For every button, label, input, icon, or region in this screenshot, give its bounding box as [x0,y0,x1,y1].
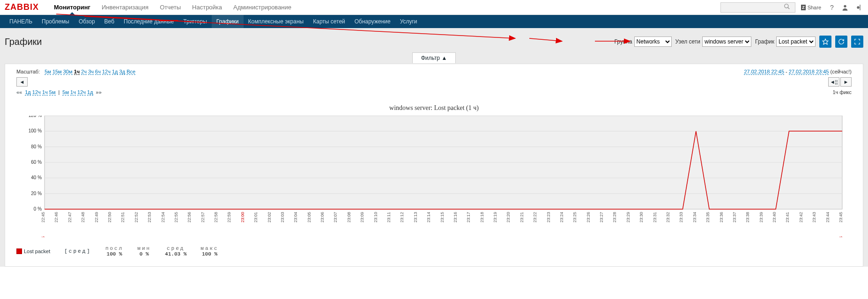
zoom-link[interactable]: 5м [45,69,51,75]
search-box[interactable] [720,2,795,13]
subnav-item[interactable]: Графики [212,15,244,28]
subnav-item[interactable]: Комплексные экраны [244,15,309,28]
subnav-item[interactable]: Услуги [395,15,422,28]
svg-text:23:10: 23:10 [373,212,378,223]
legend-min: мин 0 % [137,246,151,257]
move-link[interactable]: 1ч [42,89,48,95]
top-right: Z Share ? [720,2,863,13]
host-select[interactable]: windows server [702,36,751,47]
nav-left-button[interactable]: ◄ [16,77,28,87]
nav-right-end-button[interactable]: ◄¦¦ [828,77,839,87]
svg-text:80 %: 80 % [31,144,42,149]
user-icon[interactable] [840,2,850,13]
svg-text:23:19: 23:19 [493,212,497,223]
move-link[interactable]: 5м [62,89,69,95]
legend-max: макс 100 % [200,246,218,257]
svg-text:23:42: 23:42 [799,212,803,223]
svg-text:23:07: 23:07 [333,212,338,223]
subnav-item[interactable]: Проблемы [37,15,74,28]
svg-text:22:54: 22:54 [161,212,165,223]
svg-text:40 %: 40 % [31,175,42,180]
zoom-link[interactable]: 1ч [74,69,80,75]
svg-marker-4 [823,39,828,44]
move-link[interactable]: 12ч [77,89,86,95]
svg-text:22:45: 22:45 [41,212,45,223]
svg-text:23:26: 23:26 [586,212,591,223]
chart: windows server: Lost packet (1 ч) 0 %20 … [16,104,852,257]
svg-text:23:39: 23:39 [759,212,764,223]
svg-text:23:11: 23:11 [386,212,391,223]
chart-svg: 0 %20 %40 %60 %80 %100 %120 %22:4522:462… [16,116,852,237]
fullscreen-button[interactable] [851,36,863,48]
date-to[interactable]: 27.02.2018 23:45 [789,69,829,75]
svg-text:20 %: 20 % [31,191,42,196]
graph-select[interactable]: Lost packet [776,36,816,47]
logout-icon[interactable] [853,2,863,13]
move-left-pre: «« [16,89,22,95]
svg-text:22:59: 22:59 [227,212,231,223]
help-icon[interactable]: ? [827,2,837,13]
search-icon[interactable] [784,3,790,11]
svg-text:22:48: 22:48 [81,212,85,223]
svg-text:23:40: 23:40 [772,212,777,223]
subnav-item[interactable]: Обнаружение [350,15,395,28]
svg-text:23:02: 23:02 [267,212,272,223]
topnav-item[interactable]: Администрирование [228,0,297,15]
svg-text:22:57: 22:57 [200,212,205,223]
svg-text:60 %: 60 % [31,160,42,165]
svg-text:23:41: 23:41 [785,212,790,223]
zoom-link[interactable]: Все [126,69,135,75]
topnav-item[interactable]: Инвентаризация [96,0,154,15]
zoom-link[interactable]: 2ч [81,69,87,75]
share-button[interactable]: Z Share [798,2,824,13]
svg-text:23:06: 23:06 [320,212,325,223]
group-label: Группа [615,38,632,45]
svg-point-0 [785,4,788,8]
svg-text:23:34: 23:34 [692,212,697,223]
search-input[interactable] [723,5,784,10]
zoom-link[interactable]: 12ч [102,69,111,75]
svg-text:23:03: 23:03 [280,212,285,223]
favorite-button[interactable] [819,36,831,48]
date-from[interactable]: 27.02.2018 22:45 [744,69,784,75]
legend-avg: сред 41.03 % [165,246,186,257]
subnav-item[interactable]: ПАНЕЛЬ [5,15,37,28]
subnav-item[interactable]: Последние данные [119,15,178,28]
move-link[interactable]: 1д [87,89,93,95]
subnav-item[interactable]: Карты сетей [308,15,350,28]
zoom-link[interactable]: 3ч [88,69,94,75]
move-link[interactable]: 1д [25,89,31,95]
topnav-item[interactable]: Настройка [186,0,228,15]
topnav-item[interactable]: Мониторинг [48,0,96,15]
svg-text:23:08: 23:08 [347,212,351,223]
zoom-link[interactable]: 6ч [95,69,101,75]
group-select[interactable]: Networks [634,36,672,47]
legend-name: Lost packet [24,248,50,254]
svg-text:23:30: 23:30 [639,212,644,223]
topnav-item[interactable]: Отчеты [154,0,186,15]
move-link[interactable]: 1ч [70,89,76,95]
subnav-item[interactable]: Обзор [74,15,100,28]
svg-text:22:49: 22:49 [94,212,99,223]
top-nav: МониторингИнвентаризацияОтчетыНастройкаА… [48,0,297,15]
refresh-button[interactable] [835,36,847,48]
svg-text:23:24: 23:24 [559,212,564,223]
subnav-item[interactable]: Веб [100,15,119,28]
move-link[interactable]: 5м [49,89,56,95]
svg-point-3 [857,7,859,8]
zoom-link[interactable]: 3д [119,69,126,75]
svg-text:23:31: 23:31 [653,212,657,223]
zoom-link[interactable]: 30м [63,69,73,75]
svg-text:23:32: 23:32 [666,212,670,223]
svg-text:120 %: 120 % [29,116,42,118]
nav-right-button[interactable]: ► [840,77,852,87]
move-link[interactable]: 12ч [32,89,41,95]
filter-tab[interactable]: Фильтр ▲ [412,52,456,63]
zoom-link[interactable]: 15м [52,69,62,75]
logo: ZABBIX [5,2,39,12]
svg-point-2 [844,5,846,7]
subnav-item[interactable]: Триггеры [178,15,212,28]
svg-text:22:53: 22:53 [147,212,152,223]
svg-text:23:35: 23:35 [705,212,710,223]
zoom-link[interactable]: 1д [112,69,118,75]
